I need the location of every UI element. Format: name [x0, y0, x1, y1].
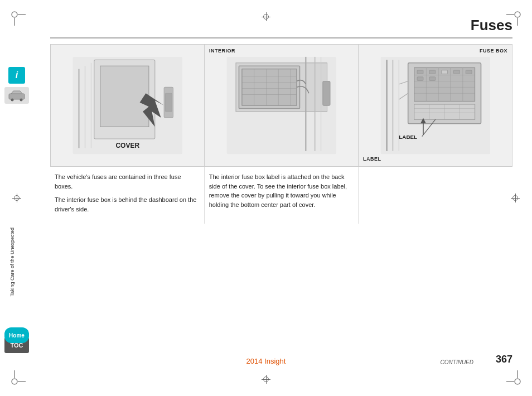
svg-rect-21	[100, 66, 148, 127]
svg-rect-54	[429, 70, 436, 74]
reg-mark-left	[12, 194, 21, 202]
svg-rect-57	[466, 70, 472, 74]
continued-label: CONTINUED	[328, 359, 473, 365]
svg-rect-29	[242, 69, 297, 105]
text-col-3	[358, 167, 512, 224]
svg-rect-25	[165, 93, 172, 112]
diagram-fusebox: FUSE BOX LABEL	[358, 44, 512, 167]
car-icon-button[interactable]	[4, 87, 29, 104]
corner-mark-bl	[10, 369, 27, 386]
text-row: The vehicle's fuses are contained in thr…	[50, 167, 512, 224]
interior-label: INTERIOR	[209, 48, 235, 54]
fusebox-label-top: FUSE BOX	[480, 48, 507, 54]
side-navigation: i	[0, 67, 33, 104]
text-col-2: The interior fuse box label is attached …	[204, 167, 359, 224]
svg-text:COVER: COVER	[115, 142, 139, 149]
svg-text:LABEL: LABEL	[399, 134, 417, 140]
fusebox-label-bottom: LABEL	[363, 156, 381, 162]
side-label: Taking Care of the Unexpected	[0, 218, 25, 307]
svg-rect-55	[441, 70, 447, 74]
svg-rect-41	[323, 81, 330, 105]
svg-rect-56	[453, 70, 460, 74]
book-title: 2014 Insight	[246, 357, 286, 365]
info-button[interactable]: i	[8, 67, 25, 84]
svg-rect-53	[417, 70, 423, 74]
svg-rect-58	[417, 77, 423, 81]
diagram-cover: COVER	[50, 44, 204, 167]
corner-mark-tl	[10, 10, 27, 27]
svg-point-6	[12, 379, 17, 384]
home-button[interactable]: Home	[4, 327, 29, 343]
main-content: Fuses COVER	[36, 0, 532, 396]
svg-rect-12	[9, 94, 25, 99]
page-number: 367	[479, 354, 512, 365]
page-title: Fuses	[50, 17, 512, 38]
diagrams-row: COVER INTERIOR	[50, 44, 512, 167]
text-col-1: The vehicle's fuses are contained in thr…	[50, 167, 204, 224]
svg-marker-13	[11, 91, 22, 94]
diagram-interior: INTERIOR	[204, 44, 358, 167]
svg-point-0	[12, 12, 17, 17]
svg-rect-59	[429, 77, 436, 81]
svg-point-15	[20, 99, 23, 102]
svg-point-14	[11, 99, 14, 102]
